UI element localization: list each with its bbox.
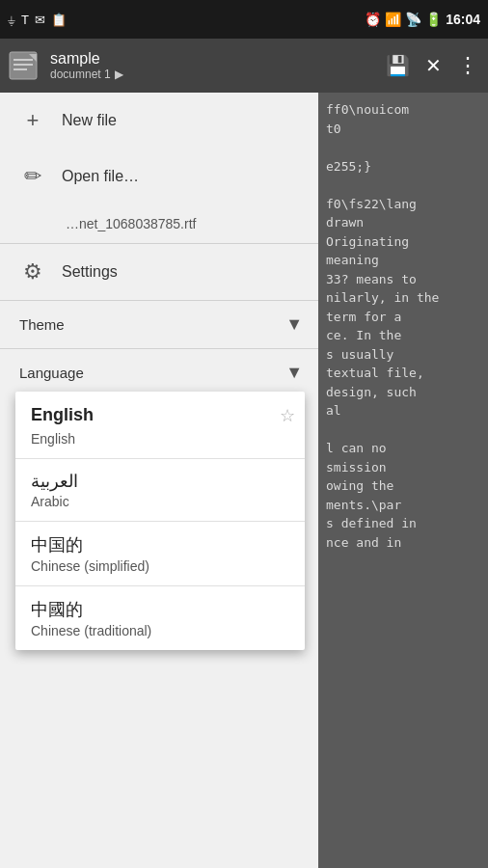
theme-section[interactable]: Theme ▼: [0, 301, 318, 348]
type-icon: T: [21, 13, 29, 27]
editor-line: owing the: [326, 476, 480, 496]
close-button[interactable]: ✕: [421, 50, 446, 81]
open-file-button[interactable]: ✏ Open file…: [0, 149, 318, 204]
time-display: 16:04: [446, 12, 480, 27]
usb-icon: ⏚: [8, 13, 15, 27]
save-button[interactable]: 💾: [382, 50, 414, 81]
doc-title: sample: [50, 49, 374, 68]
editor-line: s usually: [326, 345, 480, 365]
signal-icon: 📡: [405, 12, 421, 27]
alarm-icon: ⏰: [365, 12, 381, 27]
wifi-icon: 📶: [385, 12, 401, 27]
editor-line: Originating: [326, 232, 480, 252]
app-logo: [8, 48, 42, 83]
battery-icon: 🔋: [425, 12, 442, 27]
language-option-english-english: English: [15, 431, 305, 458]
settings-button[interactable]: ⚙ Settings: [0, 244, 318, 300]
language-option-arabic[interactable]: العربية Arabic: [15, 459, 305, 521]
editor-line: t0: [326, 120, 480, 139]
language-label: Language: [19, 365, 84, 381]
editor-line: 33? means to: [326, 270, 480, 289]
editor-line: [326, 176, 480, 195]
editor-line: smission: [326, 458, 480, 477]
new-file-button[interactable]: + New file: [0, 93, 318, 149]
more-options-button[interactable]: ⋮: [453, 49, 480, 82]
open-file-label: Open file…: [62, 168, 139, 185]
pencil-icon: ✏: [19, 164, 46, 189]
triangle-icon: ▶: [115, 68, 123, 81]
editor-line: ce. In the: [326, 326, 480, 345]
editor-line: textual file,: [326, 364, 480, 383]
clipboard-icon: 📋: [51, 13, 67, 27]
editor-line: e255;}: [326, 157, 480, 176]
language-option-chinese-traditional[interactable]: 中國的 Chinese (traditional): [15, 586, 305, 650]
language-arrow-icon: ▼: [285, 363, 303, 383]
editor-line: ff0\nouicom: [326, 100, 480, 120]
toolbar-actions: 💾 ✕ ⋮: [382, 49, 480, 82]
new-file-label: New file: [62, 112, 117, 129]
chinese-simplified-native-label: 中国的: [31, 533, 289, 558]
toolbar-title-block: sample documnet 1 ▶: [50, 49, 374, 82]
editor-line: nce and in: [326, 533, 480, 553]
editor-line: [326, 420, 480, 440]
email-icon: ✉: [35, 13, 45, 27]
status-icons-left: ⏚ T ✉ 📋: [8, 13, 67, 27]
status-right: ⏰ 📶 📡 🔋 16:04: [365, 12, 480, 27]
toolbar: sample documnet 1 ▶ 💾 ✕ ⋮: [0, 39, 488, 93]
editor-line: drawn: [326, 213, 480, 232]
star-icon: ☆: [280, 405, 295, 426]
settings-icon: ⚙: [19, 259, 46, 285]
editor-background: ff0\nouicom t0 e255;} f0\fs22\lang drawn…: [318, 93, 488, 868]
chinese-traditional-native-label: 中國的: [31, 598, 289, 623]
theme-label: Theme: [19, 316, 65, 333]
settings-label: Settings: [62, 263, 118, 281]
editor-line: f0\fs22\lang: [326, 195, 480, 214]
main-layout: ff0\nouicom t0 e255;} f0\fs22\lang drawn…: [0, 93, 488, 868]
chinese-simplified-english-label: Chinese (simplified): [31, 558, 289, 585]
theme-arrow-icon: ▼: [285, 314, 303, 335]
editor-line: ments.\par: [326, 496, 480, 515]
editor-line: design, such: [326, 383, 480, 402]
arabic-native-label: العربية: [31, 471, 289, 494]
recent-file-item[interactable]: …net_1068038785.rtf: [0, 204, 318, 243]
doc-subtitle: documnet 1 ▶: [50, 68, 374, 81]
plus-icon: +: [19, 108, 46, 133]
editor-line: al: [326, 401, 480, 420]
language-option-english-native[interactable]: English: [15, 392, 305, 431]
editor-line: nilarly, in the: [326, 288, 480, 308]
language-option-chinese-simplified[interactable]: 中国的 Chinese (simplified): [15, 522, 305, 585]
language-dropdown: ☆ English English العربية Arabic 中国的 Chi…: [15, 392, 305, 650]
language-section[interactable]: Language ▼: [0, 349, 318, 396]
side-drawer: + New file ✏ Open file… …net_1068038785.…: [0, 93, 318, 868]
editor-line: meaning: [326, 251, 480, 270]
editor-line: l can no: [326, 439, 480, 458]
arabic-english-label: Arabic: [31, 494, 289, 521]
status-bar: ⏚ T ✉ 📋 ⏰ 📶 📡 🔋 16:04: [0, 0, 488, 39]
recent-file-name: …net_1068038785.rtf: [66, 216, 196, 231]
chinese-traditional-english-label: Chinese (traditional): [31, 623, 289, 650]
editor-line: [326, 138, 480, 157]
editor-line: s defined in: [326, 514, 480, 533]
editor-line: term for a: [326, 308, 480, 327]
